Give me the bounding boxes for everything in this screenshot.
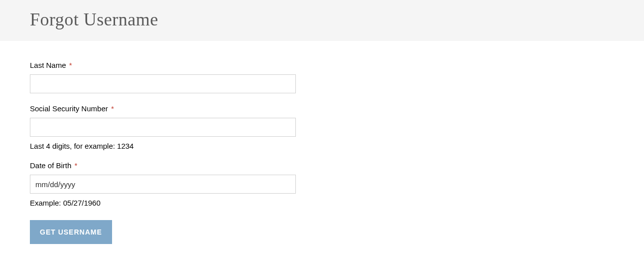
last-name-label-text: Last Name (30, 61, 66, 69)
required-asterisk: * (111, 104, 114, 113)
dob-group: Date of Birth * Example: 05/27/1960 (30, 161, 614, 207)
dob-help-text: Example: 05/27/1960 (30, 199, 614, 207)
required-asterisk: * (75, 161, 78, 170)
page-title: Forgot Username (30, 9, 614, 30)
ssn-label: Social Security Number * (30, 104, 614, 113)
ssn-group: Social Security Number * Last 4 digits, … (30, 104, 614, 150)
dob-label-text: Date of Birth (30, 161, 71, 170)
last-name-label: Last Name * (30, 61, 614, 69)
ssn-help-text: Last 4 digits, for example: 1234 (30, 142, 614, 150)
required-asterisk: * (69, 61, 72, 69)
ssn-label-text: Social Security Number (30, 104, 108, 113)
forgot-username-form: Last Name * Social Security Number * Las… (0, 41, 644, 255)
dob-input[interactable] (30, 175, 296, 194)
ssn-input[interactable] (30, 118, 296, 137)
dob-label: Date of Birth * (30, 161, 614, 170)
get-username-button[interactable]: GET USERNAME (30, 220, 112, 244)
page-header: Forgot Username (0, 0, 644, 41)
last-name-input[interactable] (30, 74, 296, 93)
last-name-group: Last Name * (30, 61, 614, 93)
